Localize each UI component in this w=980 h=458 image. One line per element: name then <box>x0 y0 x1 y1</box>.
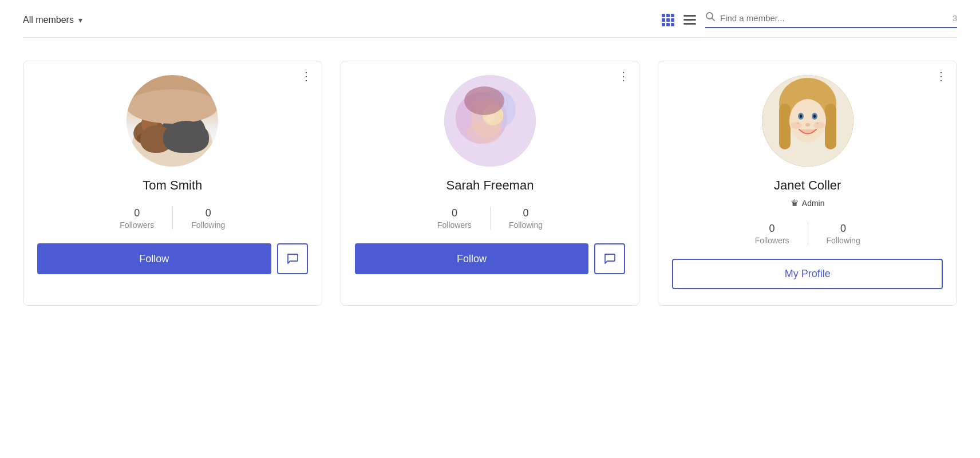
followers-stat: 0 Followers <box>737 223 808 245</box>
member-card-tom-smith: ⋮ Tom Smith 0 F <box>23 61 322 306</box>
following-stat: 0 Following <box>808 223 879 245</box>
svg-point-23 <box>789 99 826 143</box>
following-count: 0 <box>523 207 528 219</box>
followers-label: Followers <box>437 220 472 230</box>
crown-icon: ♛ <box>791 198 799 208</box>
follow-button[interactable]: Follow <box>355 243 589 274</box>
avatar-image <box>444 75 536 167</box>
stats-row: 0 Followers 0 Following <box>672 222 943 245</box>
avatar-image <box>762 75 853 167</box>
chevron-down-icon: ▾ <box>78 15 82 25</box>
followers-label: Followers <box>755 236 789 245</box>
message-icon <box>286 252 299 265</box>
card-actions: Follow <box>355 243 626 274</box>
member-count: 3 <box>948 13 957 23</box>
followers-count: 0 <box>452 207 457 219</box>
svg-point-10 <box>127 89 218 124</box>
message-icon <box>603 252 616 265</box>
svg-point-5 <box>137 132 160 144</box>
avatar-image <box>127 75 218 167</box>
following-count: 0 <box>840 223 846 235</box>
followers-stat: 0 Followers <box>419 207 490 230</box>
svg-point-32 <box>813 122 825 129</box>
avatar <box>127 75 218 167</box>
admin-label: Admin <box>802 199 825 208</box>
member-name: Janet Coller <box>774 178 841 193</box>
followers-count: 0 <box>769 223 775 235</box>
search-icon <box>705 11 716 25</box>
card-actions: My Profile <box>672 259 943 289</box>
followers-label: Followers <box>120 220 154 230</box>
page-wrapper: All members ▾ <box>0 0 980 458</box>
view-icons <box>662 14 696 26</box>
avatar <box>762 75 853 167</box>
following-stat: 0 Following <box>173 207 243 230</box>
following-stat: 0 Following <box>491 207 561 230</box>
svg-point-18 <box>464 86 504 115</box>
svg-rect-21 <box>779 104 791 149</box>
card-menu-button[interactable]: ⋮ <box>301 70 313 82</box>
list-view-icon[interactable] <box>683 15 696 25</box>
following-count: 0 <box>206 207 211 219</box>
filter-dropdown[interactable]: All members ▾ <box>23 15 82 25</box>
avatar <box>444 75 536 167</box>
svg-point-27 <box>813 114 816 118</box>
member-card-sarah-freeman: ⋮ Sarah Freeman <box>341 61 640 306</box>
search-container: 3 <box>705 11 957 28</box>
toolbar: All members ▾ <box>23 0 957 38</box>
stats-row: 0 Followers 0 Following <box>355 207 626 230</box>
message-button[interactable] <box>594 243 625 274</box>
following-label: Following <box>509 220 543 230</box>
grid-view-icon[interactable] <box>662 14 674 26</box>
svg-point-28 <box>805 123 810 127</box>
member-card-janet-coller: ⋮ <box>658 61 957 306</box>
member-name: Sarah Freeman <box>446 178 534 193</box>
admin-badge: ♛ Admin <box>791 198 825 208</box>
cards-grid: ⋮ Tom Smith 0 F <box>23 38 957 340</box>
svg-point-26 <box>800 114 802 118</box>
message-button[interactable] <box>277 243 308 274</box>
svg-rect-22 <box>825 104 836 149</box>
search-input[interactable] <box>720 13 943 23</box>
card-actions: Follow <box>37 243 308 274</box>
card-menu-button[interactable]: ⋮ <box>618 70 630 82</box>
my-profile-button[interactable]: My Profile <box>672 259 943 289</box>
followers-count: 0 <box>134 207 140 219</box>
followers-stat: 0 Followers <box>101 207 172 230</box>
svg-point-31 <box>791 122 802 129</box>
following-label: Following <box>191 220 225 230</box>
svg-point-6 <box>167 127 199 143</box>
member-name: Tom Smith <box>143 178 202 193</box>
svg-line-1 <box>712 18 715 21</box>
follow-button[interactable]: Follow <box>37 243 271 274</box>
stats-row: 0 Followers 0 Following <box>37 207 308 230</box>
following-label: Following <box>827 236 860 245</box>
filter-label: All members <box>23 15 74 25</box>
card-menu-button[interactable]: ⋮ <box>935 70 947 82</box>
